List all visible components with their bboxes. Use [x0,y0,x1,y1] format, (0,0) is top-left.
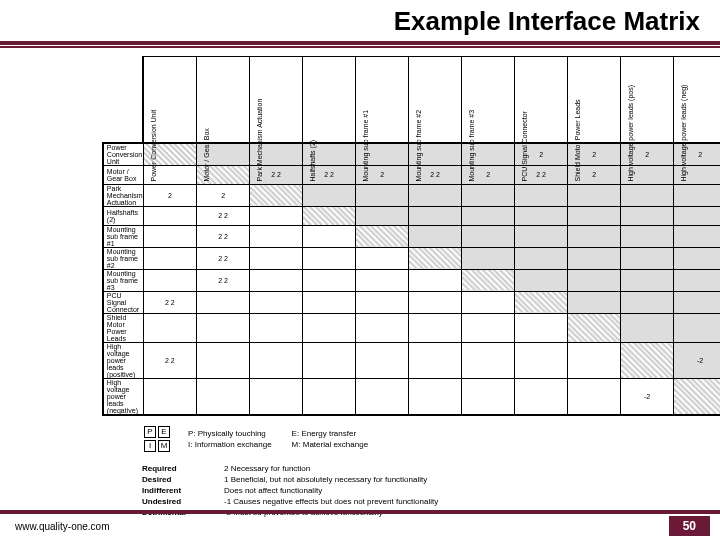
def-indifferent: Does not affect functionality [224,486,448,495]
rule-thin [0,46,720,48]
legend-e: E: Energy transfer [274,429,368,438]
def-desired-label: Desired [142,475,222,484]
row-10: High voltage power leads (negative) -2 [103,378,720,415]
col-head-8: Shield Motor Power Leads [568,57,621,143]
row-label-2: Park Mechanism Actuation [103,184,143,206]
def-required-label: Required [142,464,222,473]
row-8: Shield Motor Power Leads [103,313,720,342]
legend-i: I: Information exchange [188,440,272,449]
page-number: 50 [669,516,710,536]
legend-square: PE IM [142,424,172,454]
row-label-10: High voltage power leads (negative) [103,378,143,415]
legend-p: P: Physically touching [188,429,272,438]
title-bar: Example Interface Matrix [0,0,720,37]
row-4: Mounting sub frame #1 2 2 [103,225,720,247]
row-label-8: Shield Motor Power Leads [103,313,143,342]
row-label-9: High voltage power leads (positive) [103,342,143,378]
row-3: Halfshafts (2) 2 2 [103,206,720,225]
row-9: High voltage power leads (positive) 2 2 … [103,342,720,378]
col-head-4: Mounting sub frame #1 [356,57,409,143]
col-head-9: High voltage power leads (pos) [621,57,674,143]
row-2: Park Mechanism Actuation 22 [103,184,720,206]
def-indifferent-label: Indifferent [142,486,222,495]
def-required: 2 Necessary for function [224,464,448,473]
matrix-container: Power Conversion Unit Motor / Gear Box P… [0,56,720,416]
row-label-1: Motor / Gear Box [103,165,143,184]
col-head-6: Mounting sub frame #3 [462,57,515,143]
def-undesired: -1 Causes negative effects but does not … [224,497,448,506]
legend: PE IM P: Physically touchingE: Energy tr… [140,422,720,456]
footer: www.quality-one.com 50 [0,510,720,540]
col-head-5: Mounting sub frame #2 [409,57,462,143]
footer-url: www.quality-one.com [0,521,109,532]
row-label-5: Mounting sub frame #2 [103,247,143,269]
corner-blank [103,57,143,143]
row-label-6: Mounting sub frame #3 [103,269,143,291]
rule-thick [0,41,720,45]
row-label-7: PCU Signal Connector [103,291,143,313]
col-head-7: PCU Signal Connector [515,57,568,143]
def-desired: 1 Beneficial, but not absolutely necessa… [224,475,448,484]
col-head-2: Park Mechanism Actuation [250,57,303,143]
page-title: Example Interface Matrix [0,6,700,37]
row-label-3: Halfshafts (2) [103,206,143,225]
col-head-3: Halfshafts (2) [303,57,356,143]
row-label-0: Power Conversion Unit [103,143,143,166]
row-label-4: Mounting sub frame #1 [103,225,143,247]
col-head-0: Power Conversion Unit [143,57,197,143]
def-undesired-label: Undesired [142,497,222,506]
legend-m: M: Material exchange [274,440,368,449]
row-5: Mounting sub frame #2 2 2 [103,247,720,269]
interface-matrix: Power Conversion Unit Motor / Gear Box P… [102,56,720,416]
col-head-10: High voltage power leads (neg) [674,57,720,143]
row-6: Mounting sub frame #3 2 2 [103,269,720,291]
col-head-1: Motor / Gear Box [197,57,250,143]
row-7: PCU Signal Connector 2 2 [103,291,720,313]
